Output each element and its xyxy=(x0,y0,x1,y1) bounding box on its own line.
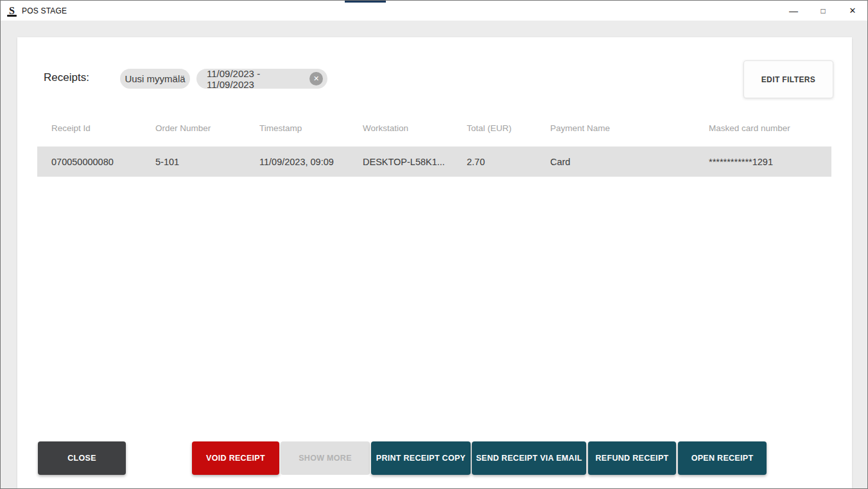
col-masked-card: Masked card number xyxy=(695,123,831,133)
send-receipt-via-email-button[interactable]: SEND RECEIPT VIA EMAIL xyxy=(472,441,586,475)
table-header: Receipt Id Order Number Timestamp Workst… xyxy=(37,120,831,136)
maximize-button[interactable]: □ xyxy=(808,1,838,21)
top-accent-bar xyxy=(345,1,386,3)
void-receipt-button[interactable]: VOID RECEIPT xyxy=(192,441,279,475)
cell-masked-card: ************1291 xyxy=(695,157,831,167)
remove-date-filter-icon[interactable]: ✕ xyxy=(309,72,323,85)
open-receipt-button[interactable]: OPEN RECEIPT xyxy=(678,441,767,475)
filter-chip-daterange-label: 11/09/2023 - 11/09/2023 xyxy=(207,68,304,90)
refund-receipt-button[interactable]: REFUND RECEIPT xyxy=(588,441,676,475)
content-background: Receipts: Uusi myymälä 11/09/2023 - 11/0… xyxy=(1,21,867,488)
col-workstation: Workstation xyxy=(349,123,453,133)
cell-timestamp: 11/09/2023, 09:09 xyxy=(245,157,349,167)
close-button[interactable]: CLOSE xyxy=(38,441,126,475)
receipts-label: Receipts: xyxy=(44,71,89,84)
minimize-button[interactable]: — xyxy=(779,1,808,21)
col-timestamp: Timestamp xyxy=(245,123,349,133)
col-total: Total (EUR) xyxy=(453,123,536,133)
filter-chip-daterange[interactable]: 11/09/2023 - 11/09/2023 ✕ xyxy=(196,69,327,89)
table-row[interactable]: 070050000080 5-101 11/09/2023, 09:09 DES… xyxy=(37,147,831,177)
print-receipt-copy-button[interactable]: PRINT RECEIPT COPY xyxy=(371,441,471,475)
cell-workstation: DESKTOP-L58K1... xyxy=(349,157,453,167)
cell-order-number: 5-101 xyxy=(141,157,245,167)
receipts-panel: Receipts: Uusi myymälä 11/09/2023 - 11/0… xyxy=(17,37,852,488)
window-controls: — □ ✕ xyxy=(779,1,867,21)
filter-chip-store[interactable]: Uusi myymälä xyxy=(120,69,190,89)
show-more-button: SHOW MORE xyxy=(281,441,370,475)
close-window-button[interactable]: ✕ xyxy=(838,1,867,21)
edit-filters-button[interactable]: EDIT FILTERS xyxy=(743,60,833,98)
app-logo-icon: S xyxy=(6,4,17,17)
cell-payment-name: Card xyxy=(536,157,695,167)
window-title: POS STAGE xyxy=(22,6,67,15)
app-window: S POS STAGE — □ ✕ Receipts: Uusi myymälä… xyxy=(0,0,868,489)
title-bar: S POS STAGE — □ ✕ xyxy=(1,1,867,21)
col-receipt-id: Receipt Id xyxy=(37,123,141,133)
col-order-number: Order Number xyxy=(141,123,245,133)
filter-chip-store-label: Uusi myymälä xyxy=(125,73,185,84)
cell-total: 2.70 xyxy=(453,157,536,167)
col-payment-name: Payment Name xyxy=(536,123,695,133)
title-bar-left: S POS STAGE xyxy=(1,4,67,17)
cell-receipt-id: 070050000080 xyxy=(37,157,141,167)
